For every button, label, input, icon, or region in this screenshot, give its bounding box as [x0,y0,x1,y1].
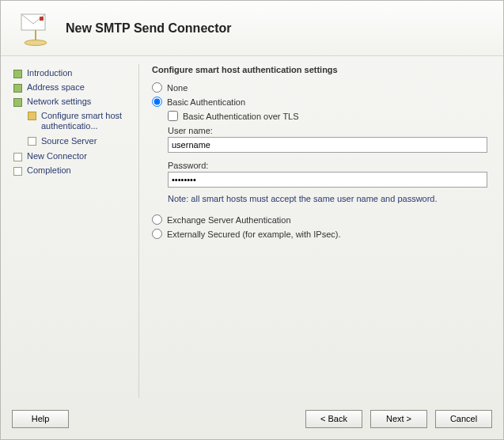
next-button[interactable]: Next > [370,410,427,428]
step-pending-icon [13,167,22,176]
step-current-icon [28,112,36,120]
sidebar-item-introduction[interactable]: Introduction [12,66,138,80]
dialog-title: New SMTP Send Connector [66,21,232,36]
sidebar-item-label: New Connector [27,151,87,161]
checkbox-tls-input[interactable] [168,111,178,121]
sidebar-item-label: Introduction [27,68,72,78]
radio-label: Basic Authentication [167,97,245,107]
dialog-body: Introduction Address space Network setti… [1,56,503,398]
step-pending-icon [28,137,36,146]
note-text: Note: all smart hosts must accept the sa… [168,194,487,203]
svg-point-3 [25,40,47,45]
sidebar-item-label: Completion [27,165,71,175]
sidebar-item-label: Configure smart host authenticatio... [41,111,136,131]
sidebar-item-address-space[interactable]: Address space [12,80,138,94]
radio-none-input[interactable] [152,82,162,93]
wizard-dialog: New SMTP Send Connector Introduction Add… [0,0,504,440]
step-sidebar: Introduction Address space Network setti… [12,64,138,398]
sidebar-item-completion[interactable]: Completion [12,163,138,177]
mail-connector-icon [17,9,55,47]
checkbox-tls[interactable]: Basic Authentication over TLS [168,111,487,121]
sidebar-item-new-connector[interactable]: New Connector [12,149,138,163]
content-pane: Configure smart host authentication sett… [138,64,492,398]
radio-external-secured[interactable]: Externally Secured (for example, with IP… [152,229,487,239]
password-input[interactable] [168,172,487,188]
sidebar-subitem-source-server[interactable]: Source Server [26,134,138,149]
radio-basic-auth-input[interactable] [152,97,162,107]
sidebar-item-label: Source Server [41,136,136,146]
sidebar-subitem-configure-auth[interactable]: Configure smart host authenticatio... [26,108,138,134]
radio-label: Exchange Server Authentication [167,215,291,225]
radio-external-secured-input[interactable] [152,229,162,239]
sidebar-item-label: Address space [27,82,85,92]
radio-label: Externally Secured (for example, with IP… [167,229,340,239]
back-button[interactable]: < Back [305,410,362,428]
radio-exchange-auth-input[interactable] [152,214,162,225]
checkbox-label: Basic Authentication over TLS [183,112,299,121]
cancel-button[interactable]: Cancel [435,410,492,428]
step-complete-icon [13,70,22,78]
sidebar-item-label: Network settings [27,97,91,106]
section-title: Configure smart host authentication sett… [152,65,487,74]
username-label: User name: [168,126,487,135]
username-input[interactable] [168,137,487,153]
dialog-footer: Help < Back Next > Cancel [1,398,503,439]
radio-label: None [167,83,188,93]
radio-none[interactable]: None [152,82,487,93]
step-pending-icon [13,153,22,161]
help-button[interactable]: Help [12,410,69,428]
step-complete-icon [13,98,22,107]
password-label: Password: [168,161,487,170]
radio-basic-auth[interactable]: Basic Authentication [152,97,487,107]
dialog-header: New SMTP Send Connector [1,1,503,56]
sidebar-item-network-settings[interactable]: Network settings [12,94,138,108]
radio-exchange-auth[interactable]: Exchange Server Authentication [152,214,487,225]
svg-rect-1 [40,17,44,21]
step-complete-icon [13,84,22,93]
